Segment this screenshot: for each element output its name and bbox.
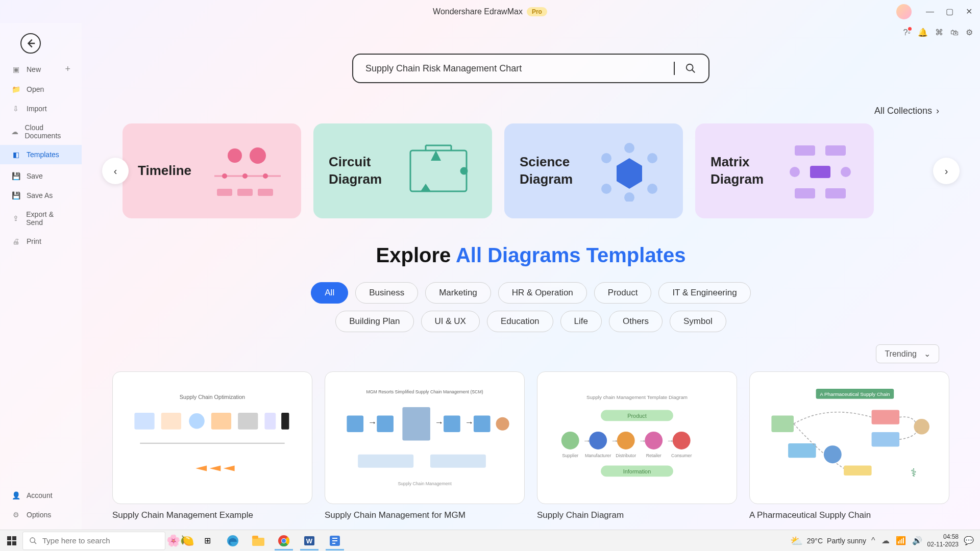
windows-taskbar: Type here to search 🌸🍋 ⊞ W ⛅ 29°C Partly… [0,530,980,551]
svg-point-0 [687,64,693,71]
category-pill-others[interactable]: Others [609,311,663,332]
notifications-icon[interactable]: 💬 [964,536,974,545]
collection-card-matrix[interactable]: Matrix Diagram [695,123,874,218]
edraw-app[interactable] [323,531,347,550]
search-input[interactable] [365,63,664,74]
word-app[interactable]: W [297,531,322,550]
taskbar-search[interactable]: Type here to search [22,532,165,550]
svg-text:→: → [464,417,473,428]
chevron-down-icon: ⌄ [924,349,930,359]
sidebar-item-import[interactable]: ⇩Import [0,99,82,118]
template-card[interactable]: Supply Chain Optimization Supply Chain M… [112,371,312,520]
sidebar-label: Templates [27,151,59,159]
all-collections-link[interactable]: All Collections› [874,106,939,116]
collection-card-timeline[interactable]: Timeline [122,123,301,218]
svg-rect-8 [237,189,253,196]
minimize-button[interactable]: — [924,6,936,18]
svg-text:Supplier: Supplier [562,453,578,458]
category-pill-hr-operation[interactable]: HR & Operation [498,282,587,304]
carousel-prev-button[interactable]: ‹ [102,158,129,184]
onedrive-icon[interactable]: ☁ [881,536,890,545]
folder-icon: 📁 [11,85,20,94]
svg-rect-31 [238,413,258,430]
svg-text:Manufacturer: Manufacturer [585,453,611,458]
svg-text:⚕: ⚕ [911,466,917,479]
wifi-icon[interactable]: 📶 [896,536,906,545]
template-thumbnail: A Pharmaceutical Supply Chain⚕ [749,371,949,504]
svg-rect-41 [377,415,394,432]
science-illustration [591,140,668,202]
close-button[interactable]: ✕ [963,6,975,18]
svg-rect-32 [264,413,276,430]
edge-app[interactable] [220,531,245,550]
category-pill-product[interactable]: Product [594,282,652,304]
explorer-app[interactable] [246,531,271,550]
template-title: Supply Chain Management for MGM [325,510,525,520]
sidebar-item-new[interactable]: ▣New + [0,59,82,80]
import-icon: ⇩ [11,104,20,113]
svg-rect-42 [402,407,430,440]
collection-card-circuit[interactable]: Circuit Diagram [313,123,492,218]
sidebar-item-open[interactable]: 📁Open [0,80,82,99]
carousel-next-button[interactable]: › [933,158,960,184]
sidebar-item-templates[interactable]: ◧Templates [0,145,82,164]
sidebar-item-saveas[interactable]: 💾Save As [0,186,82,205]
category-pill-education[interactable]: Education [487,311,553,332]
template-card[interactable]: A Pharmaceutical Supply Chain⚕ A Pharmac… [749,371,949,520]
weather-widget[interactable]: ⛅ 29°C Partly sunny [790,535,866,547]
svg-point-13 [624,143,634,153]
start-button[interactable] [2,531,21,550]
svg-rect-77 [844,466,872,476]
sidebar-item-account[interactable]: 👤Account [0,486,82,505]
category-pill-symbol[interactable]: Symbol [670,311,726,332]
taskbar-clock[interactable]: 04:58 02-11-2023 [927,533,959,548]
category-pill-it-engineering[interactable]: IT & Engineering [658,282,750,304]
category-pill-marketing[interactable]: Marketing [425,282,491,304]
content-area: All Collections› ‹ Timeline Circuit Diag… [82,23,980,530]
category-pill-building-plan[interactable]: Building Plan [335,311,413,332]
maximize-button[interactable]: ▢ [943,6,955,18]
taskbar-news-icon[interactable]: 🌸🍋 [166,534,194,547]
sort-dropdown[interactable]: Trending ⌄ [876,344,939,363]
svg-text:Supply Chain Management: Supply Chain Management [398,481,452,486]
user-avatar[interactable] [896,4,912,19]
collection-card-science[interactable]: Science Diagram [504,123,683,218]
sidebar-label: Print [27,237,41,245]
sidebar-item-export[interactable]: ⇪Export & Send [0,205,82,232]
template-thumbnail: MGM Resorts Simplified Supply Chain Mana… [325,371,525,504]
category-pill-life[interactable]: Life [560,311,602,332]
sidebar-item-save[interactable]: 💾Save [0,166,82,186]
sidebar-label: Open [27,85,44,93]
template-card[interactable]: MGM Resorts Simplified Supply Chain Mana… [325,371,525,520]
category-pill-all[interactable]: All [311,282,348,304]
task-view-button[interactable]: ⊞ [195,531,219,550]
svg-text:W: W [306,537,313,545]
svg-rect-81 [12,536,16,540]
svg-rect-49 [430,455,486,468]
circuit-illustration [400,140,477,202]
template-title: A Pharmaceutical Supply Chain [749,510,949,520]
svg-point-54 [561,432,579,449]
chrome-app[interactable] [272,531,296,550]
category-pill-ui-ux[interactable]: UI & UX [421,311,480,332]
tray-expand-icon[interactable]: ^ [871,536,875,545]
plus-icon: + [65,64,70,74]
svg-point-47 [496,417,509,431]
svg-rect-73 [872,410,900,424]
sidebar-item-print[interactable]: 🖨Print [0,232,82,251]
sidebar-item-cloud[interactable]: ☁Cloud Documents [0,118,82,145]
svg-rect-44 [444,415,460,432]
svg-text:Retailer: Retailer [646,453,662,458]
svg-rect-86 [252,538,264,546]
sidebar-item-options[interactable]: ⚙Options [0,505,82,524]
svg-text:A Pharmaceutical Supply Chain: A Pharmaceutical Supply Chain [820,391,890,397]
svg-marker-12 [617,158,642,189]
pro-badge: Pro [527,7,547,16]
svg-point-22 [790,167,800,177]
volume-icon[interactable]: 🔊 [912,536,922,545]
category-pill-business[interactable]: Business [355,282,418,304]
template-card[interactable]: Supply chain Management Template Diagram… [537,371,737,520]
back-button[interactable] [20,33,41,54]
search-icon[interactable] [685,63,696,74]
svg-point-78 [824,445,842,463]
